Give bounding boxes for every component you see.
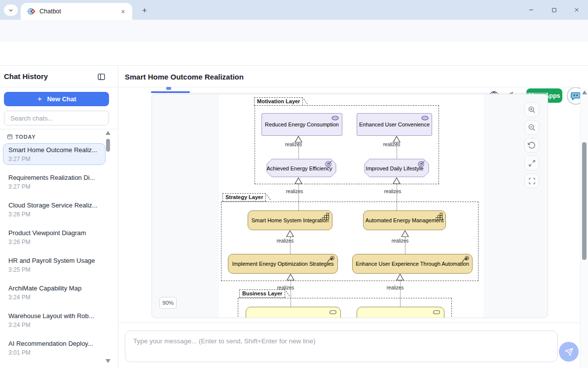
today-section-header: TODAY [7,133,36,140]
search-chats-input[interactable] [4,111,109,125]
zoom-in-icon [528,106,536,114]
relation-label: realizes [277,238,294,244]
chat-history-item[interactable]: AI Recommendation Deploy... 3:01 PM [3,337,106,359]
business-layer-label: Business Layer [239,289,285,298]
goal-node[interactable]: Enhanced User Convenience [357,113,432,136]
tab-close-button[interactable] [118,7,127,16]
window-maximize-button[interactable] [543,3,565,17]
screen: Chatbot a [0,0,588,368]
relation-label: realizes [286,189,303,194]
goal-node[interactable]: Reduced Energy Consumption [261,113,342,136]
fullscreen-icon [528,177,536,185]
business-service-node[interactable] [357,307,444,318]
tab-bar-line [151,93,548,93]
chat-history-item[interactable]: Product Viewpoint Diagram 3:26 PM [3,226,106,248]
relation-label: realizes [383,142,400,147]
chevron-down-icon [8,7,14,13]
window-close-button[interactable] [565,3,588,17]
window-minimize-button[interactable] [520,3,543,17]
browser-tab-strip: Chatbot [0,0,588,20]
realization-arrowhead [396,274,404,281]
tab-search-button[interactable] [4,4,18,16]
browser-tab-active[interactable]: Chatbot [21,3,132,20]
composer-divider [118,323,580,323]
course-of-action-icon [462,256,469,263]
browser-toolbar: ai-toolbox.visual-paradigm.com/app/chatb… [0,20,588,42]
message-input[interactable] [125,330,558,362]
motivation-layer-label: Motivation Layer [254,97,303,106]
content-divider [118,87,580,87]
chat-history-item[interactable]: HR and Payroll System Usage 3:25 PM [3,254,106,276]
sidebar-scrollbar-thumb[interactable] [106,139,110,152]
app-header: Chatbot Powered by Visual Paradigm More … [0,42,588,66]
capability-icon [436,213,442,220]
relation-label: realizes [392,238,408,244]
tab-title: Chatbot [39,8,61,15]
chat-history-item[interactable]: ArchiMate Capability Map 3:24 PM [3,282,106,303]
page-scroll-up-arrow[interactable] [582,90,587,94]
course-of-action-icon [327,256,334,263]
realization-arrowhead [401,230,409,237]
close-icon [574,7,580,13]
capability-node[interactable]: Automated Energy Management [363,210,446,230]
chat-history-item[interactable]: Cloud Storage Service Realiz... 3:26 PM [3,199,106,220]
goal-icon [331,116,339,121]
realization-arrowhead [287,274,294,281]
active-tab-underline [151,91,190,93]
sidebar-scroll-up-arrow[interactable] [106,131,110,135]
diagram-zoom-level-badge: 90% [159,297,177,309]
relation-label: realizes [285,142,302,147]
plus-icon [37,96,43,102]
course-of-action-node[interactable]: Implement Energy Optimization Strategies [228,254,338,274]
plus-icon [141,7,148,14]
diagram-reset-view-button[interactable] [524,138,539,153]
realization-arrowhead [393,177,401,184]
zoom-out-icon [528,123,536,131]
panel-toggle-icon [97,73,106,81]
chat-history-item[interactable]: Warehouse Layout with Rob... 3:24 PM [3,309,106,331]
close-icon [120,9,126,14]
realization-arrowhead [294,177,302,184]
diagram-viewer-panel[interactable]: Motivation Layer Reduced Energy Consumpt… [151,94,548,318]
today-label: TODAY [15,134,36,140]
sidebar-divider [0,129,118,129]
sidebar-collapse-button[interactable] [97,72,106,81]
chat-bot-icon [570,90,581,101]
diagram-zoom-in-button[interactable] [524,102,539,117]
chat-history-item[interactable]: Smart Home Outcome Realiz... 3:27 PM [3,143,106,165]
chat-history-item[interactable]: Requirements Realization Di... 3:27 PM [3,171,106,193]
page-scrollbar-thumb[interactable] [582,142,587,260]
new-chat-button[interactable]: New Chat [4,92,109,106]
business-service-node[interactable] [246,307,341,318]
diagram-zoom-out-button[interactable] [524,120,539,135]
course-of-action-node[interactable]: Enhance User Experience Through Automati… [352,254,473,274]
calendar-icon [7,133,13,140]
sidebar-scroll-down-arrow[interactable] [106,359,110,363]
capability-node[interactable]: Smart Home System Integration [248,210,332,230]
scrolled-tab-fragment [166,87,171,90]
business-service-icon [330,310,336,314]
visual-paradigm-favicon [28,7,36,15]
goal-icon [421,116,429,121]
strategy-layer-label: Strategy Layer [222,193,266,202]
chat-history-list: Smart Home Outcome Realiz... 3:27 PM Req… [3,143,106,365]
realization-arrowhead [286,230,294,237]
expand-arrows-icon [528,160,536,167]
sidebar-divider [0,87,118,87]
relation-label: realizes [384,189,401,194]
send-icon [565,348,573,356]
new-tab-button[interactable] [138,4,151,16]
diagram-fullscreen-button[interactable] [524,173,539,188]
send-message-button[interactable] [559,342,579,362]
sidebar-title: Chat History [4,72,48,81]
capability-icon [322,213,329,220]
maximize-icon [551,7,557,13]
relation-label: realizes [387,285,404,290]
business-service-icon [433,310,440,314]
diagram-expand-button[interactable] [524,156,539,170]
rotate-ccw-icon [528,141,536,149]
minimize-icon [528,7,534,13]
conversation-title: Smart Home Outcome Realization [125,73,244,81]
